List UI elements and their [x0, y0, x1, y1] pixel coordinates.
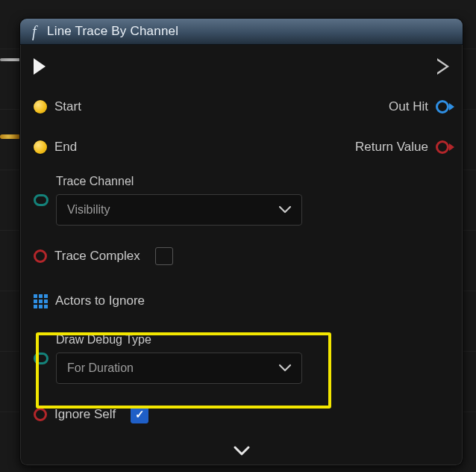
chevron-down-icon [279, 205, 291, 214]
label-return-value: Return Value [355, 140, 428, 155]
chevron-down-icon [232, 444, 251, 458]
pin-trace-complex[interactable] [34, 249, 47, 263]
pin-end[interactable] [34, 140, 47, 154]
exec-pin-out[interactable] [437, 58, 449, 75]
pin-return-value[interactable] [436, 140, 449, 154]
label-trace-channel: Trace Channel [56, 175, 302, 188]
expand-node-button[interactable] [232, 444, 251, 461]
node-title: Line Trace By Channel [47, 24, 178, 39]
pin-ignore-self[interactable] [34, 408, 47, 421]
checkbox-trace-complex[interactable] [155, 247, 173, 265]
dropdown-trace-channel[interactable]: Visibility [56, 194, 302, 226]
pin-draw-debug-type[interactable] [34, 353, 48, 364]
label-draw-debug-type: Draw Debug Type [56, 333, 302, 347]
function-icon: f [29, 23, 40, 40]
label-end: End [54, 140, 77, 155]
pin-actors-to-ignore[interactable] [34, 294, 48, 308]
pin-start[interactable] [34, 100, 47, 114]
dropdown-trace-channel-value: Visibility [67, 203, 110, 217]
line-trace-node[interactable]: f Line Trace By Channel Start Out Hit [19, 18, 463, 466]
node-titlebar[interactable]: f Line Trace By Channel [20, 19, 463, 45]
checkbox-ignore-self[interactable] [131, 406, 148, 423]
dropdown-draw-debug-type-value: For Duration [67, 361, 134, 375]
label-actors-to-ignore: Actors to Ignore [55, 294, 145, 308]
label-start: Start [54, 99, 81, 114]
chevron-down-icon [279, 364, 291, 373]
pin-trace-channel[interactable] [34, 194, 48, 206]
pin-out-hit[interactable] [436, 100, 449, 114]
exec-pin-in[interactable] [34, 58, 46, 75]
dropdown-draw-debug-type[interactable]: For Duration [56, 353, 302, 384]
label-trace-complex: Trace Complex [54, 249, 140, 264]
label-out-hit: Out Hit [389, 99, 428, 114]
label-ignore-self: Ignore Self [54, 407, 116, 422]
